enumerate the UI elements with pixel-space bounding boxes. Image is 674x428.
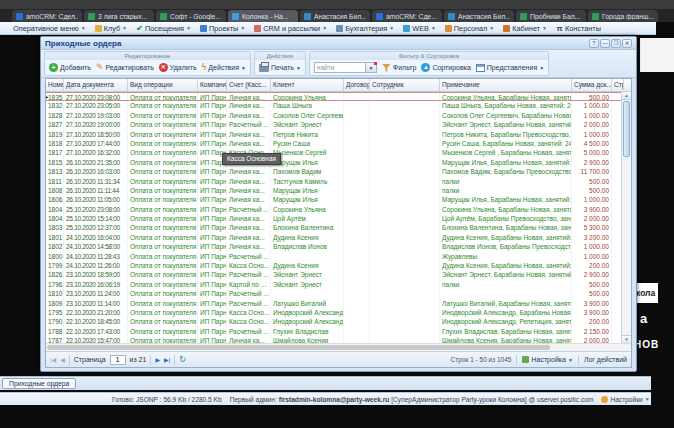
menu-item[interactable]: Оперативное меню▼ [4,24,86,33]
help-button[interactable]: ? [589,39,599,48]
print-button[interactable]: Печать▼ [259,64,301,72]
column-header[interactable]: Сумма док... [572,79,612,91]
table-row[interactable]: 1835▸27.10.2020 23:08:00Оплата от покупа… [46,92,631,101]
table-row[interactable]: 179924.10.2020 11:26:00Оплата от покупат… [46,261,631,270]
table-row[interactable]: 181326.10.2020 16:03:00Оплата от покупат… [46,167,631,176]
menu-item[interactable]: CRM и рассылки▼ [254,24,327,33]
column-header[interactable]: Клиент [271,79,344,91]
menu-item[interactable]: Клуб▼ [95,24,127,33]
vertical-scrollbar[interactable]: ▲ ▼ [621,92,631,343]
menu-item[interactable]: Проекты▼ [200,24,245,33]
table-cell: 1828 [46,111,64,120]
horizontal-scrollbar[interactable] [46,343,631,351]
table-row[interactable]: 179623.10.2020 16:06:19Оплата от покупат… [46,280,631,289]
close-button[interactable]: ✕ [622,39,632,48]
browser-tab[interactable]: amoCRM: Сдел... [12,10,82,22]
table-row[interactable]: 180124.10.2020 16:04:00Оплата от покупат… [46,233,631,242]
menu-item[interactable]: Бухгалтерия▼ [336,24,394,33]
menu-item[interactable]: Персонал▼ [445,24,494,33]
column-header[interactable]: Сотрудник [370,79,440,91]
prev-page-button[interactable]: ◀ [60,355,65,365]
edit-button[interactable]: ✎Редактировать [96,63,154,72]
table-row[interactable]: 183227.10.2020 23:05:00Оплата от покупат… [46,101,631,110]
table-row[interactable]: 180325.10.2020 12:37:00Оплата от покупат… [46,223,631,232]
table-row[interactable]: 180826.10.2020 11:11:44Оплата от покупат… [46,186,631,195]
table-row[interactable]: 181827.10.2020 17:44:00Оплата от покупат… [46,139,631,148]
table-row[interactable]: 179522.10.2020 21:20:00Оплата от покупат… [46,308,631,317]
column-header[interactable]: Номе... [46,79,64,91]
actions-button[interactable]: ϟДействия▼ [202,63,246,72]
table-row[interactable]: 181927.10.2020 18:50:00Оплата от покупат… [46,130,631,139]
column-header[interactable]: Счет (Касс... [227,79,271,91]
views-button[interactable]: Представления▼ [476,64,544,72]
table-cell [344,158,370,167]
column-header[interactable]: Компания [198,79,227,91]
browser-tab[interactable]: Анастасия Бил... [444,10,514,22]
menu-item[interactable]: Кабинет▼ [503,24,547,33]
menu-item[interactable]: πКонстанты [556,24,601,33]
table-cell: ИП Парну/К... [198,317,227,326]
table-row[interactable]: 180923.10.2020 11:14:00Оплата от покупат… [46,299,631,308]
column-header[interactable]: Договор [344,79,370,91]
scroll-down-icon[interactable]: ▼ [622,335,631,343]
table-cell: Личная ка... [227,242,271,251]
horizontal-scroll-thumb[interactable] [47,345,550,350]
first-page-button[interactable]: |◀ [50,355,56,365]
refresh-icon[interactable]: ↻ [179,355,186,364]
table-cell: Паша Шныга, Барабаны Новая, занятий: 24,… [440,101,572,110]
browser-tab[interactable]: Города франш... [588,10,658,22]
window-titlebar[interactable]: Приходные ордера ? — ❐ ✕ [41,37,636,50]
search-input[interactable] [314,62,366,73]
delete-button[interactable]: ✕Удалить [159,63,197,72]
table-row[interactable]: 181023.10.2020 11:24:00Оплата от покупат… [46,289,631,298]
column-header[interactable]: Примечание [440,79,572,91]
minimize-button[interactable]: — [600,39,610,48]
table-header-row[interactable]: Номе...Дата документаВид операцииКомпани… [46,79,631,92]
maximize-button[interactable]: ❐ [611,39,621,48]
page-number-input[interactable] [110,355,126,365]
table-row[interactable]: 180024.10.2020 11:28:43Оплата от покупат… [46,252,631,261]
browser-tab[interactable]: Анастасия Бил... [300,10,370,22]
table-row[interactable]: 178722.10.2020 15:47:00Оплата от покупат… [46,336,631,343]
sort-button[interactable]: ▲Сортировка [421,63,470,72]
table-row[interactable]: 180626.10.2020 11:05:00Оплата от покупат… [46,195,631,204]
action-log-button[interactable]: Лог действий [584,356,627,363]
table-cell [370,270,440,279]
menu-item[interactable]: WEB▼ [403,24,436,33]
browser-tab[interactable]: Колонка - На... [228,10,298,22]
table-row[interactable]: 181126.10.2020 11:31:34Оплата от покупат… [46,177,631,186]
next-page-button[interactable]: ▶ [155,355,160,365]
table-row[interactable]: 179022.10.2020 18:45:00Оплата от покупат… [46,317,631,326]
browser-tab[interactable]: amoCRM: Сдe... [372,10,442,22]
table-cell: 1799 [46,261,64,270]
grid-settings-button[interactable]: Настройка▼ [522,356,572,363]
table-row[interactable]: 181526.10.2020 21:35:00Оплата от покупат… [46,158,631,167]
column-header[interactable]: Дата документа [64,79,128,91]
table-row[interactable]: 182827.10.2020 19:03:00Оплата от покупат… [46,111,631,120]
menu-item[interactable]: ✔Посещения▼ [136,24,191,33]
scroll-up-icon[interactable]: ▲ [622,92,631,100]
table-cell [344,214,370,223]
column-header[interactable]: Вид операции [128,79,198,91]
browser-tab[interactable]: Софт - Google... [156,10,226,22]
settings-menu[interactable]: Настройки▼ [601,396,649,403]
last-page-button[interactable]: ▶| [164,355,170,365]
table-row[interactable]: 180425.10.2020 15:14:00Оплата от покупат… [46,214,631,223]
column-header[interactable]: Стро... [612,79,624,91]
table-cell [370,280,440,289]
table-cell: Оплата от покупателя (А... [128,120,198,129]
browser-tab[interactable]: 3 лига старых... [84,10,154,22]
table-row[interactable]: 182623.10.2020 18:59:00Оплата от покупат… [46,270,631,279]
tab-label: 3 лига старых... [98,13,147,20]
table-cell: Инодворский Александр, Репетиция, заняти… [440,317,572,326]
table-row[interactable]: 178822.10.2020 17:43:00Оплата от покупат… [46,327,631,336]
add-button[interactable]: +Добавить [49,63,91,72]
table-row[interactable]: 182727.10.2020 19:00:00Оплата от покупат… [46,120,631,129]
vertical-scroll-thumb[interactable] [623,101,630,157]
table-row[interactable]: 180224.10.2020 14:58:00Оплата от покупат… [46,242,631,251]
browser-tab[interactable]: Пробники Бал... [516,10,586,22]
table-row[interactable]: 181727.10.2020 16:32:00Оплата от покупат… [46,148,631,157]
table-row[interactable]: 180425.10.2020 23:08:00Оплата от покупат… [46,205,631,214]
taskbar-window-tab[interactable]: Приходные ордера [2,378,76,389]
filter-button[interactable]: Фильтр [382,64,417,72]
